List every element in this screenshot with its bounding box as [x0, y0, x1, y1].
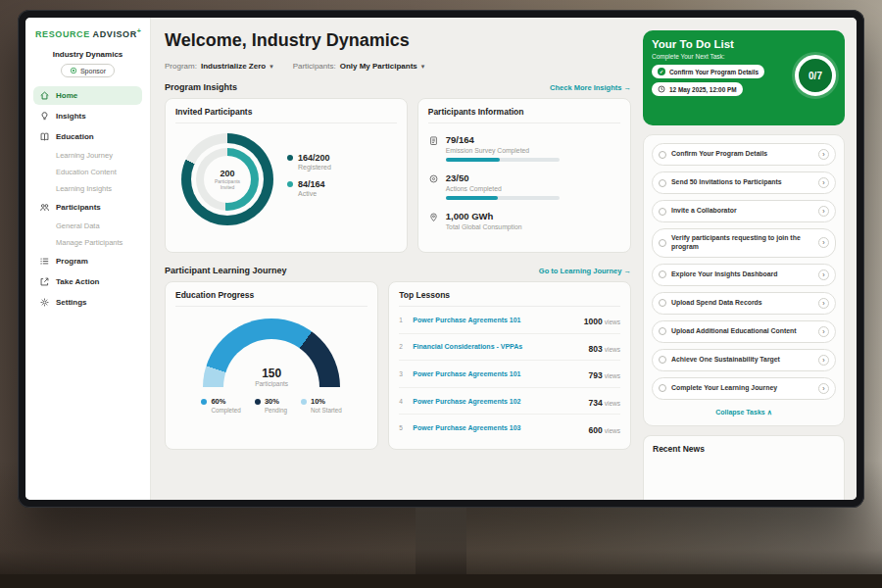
task-checkbox[interactable]: [659, 327, 666, 335]
lesson-views: 734views: [589, 392, 620, 410]
go-to-learning-journey-link[interactable]: Go to Learning Journey →: [539, 267, 631, 275]
chevron-right-icon[interactable]: ›: [818, 270, 829, 280]
stat-emission-survey: 79/164 Emission Survey Completed: [428, 134, 620, 162]
task-label: Invite a Collaborator: [671, 207, 813, 216]
sidebar-item-settings[interactable]: Settings: [33, 293, 142, 312]
lesson-row: 3 Power Purchase Agreements 101 793views: [399, 361, 620, 388]
sidebar-item-manage-participants[interactable]: Manage Participants: [33, 235, 142, 250]
sidebar-item-program[interactable]: Program: [33, 252, 142, 270]
task-row[interactable]: Send 50 Invitations to Participants ›: [652, 172, 836, 194]
legend-value: 164/200: [298, 153, 331, 163]
task-row[interactable]: Complete Your Learning Journey ›: [652, 377, 836, 400]
logo-primary: RESOURCE: [35, 29, 90, 39]
legend-dot: [287, 155, 293, 161]
chevron-right-icon[interactable]: ›: [818, 177, 829, 188]
task-label: Verify participants requesting to join t…: [671, 234, 813, 252]
scene: RESOURCE ADVISOR+ Industry Dynamics Spon…: [0, 0, 882, 588]
task-row[interactable]: Upload Additional Educational Content ›: [652, 320, 836, 343]
chevron-right-icon[interactable]: ›: [818, 298, 829, 309]
check-more-insights-link[interactable]: Check More Insights →: [550, 83, 631, 92]
sidebar-item-learning-insights[interactable]: Learning Insights: [33, 181, 142, 196]
next-task-pill[interactable]: ✓ Confirm Your Program Details: [652, 65, 764, 78]
next-task-label: Confirm Your Program Details: [669, 69, 759, 75]
lesson-rank: 2: [399, 343, 406, 350]
views-count: 803: [589, 344, 603, 354]
sidebar-item-general-data[interactable]: General Data: [33, 219, 142, 233]
chevron-right-icon[interactable]: ›: [818, 355, 829, 366]
legend-item-active: 84/164 Active: [287, 179, 331, 197]
views-word: views: [605, 318, 620, 325]
donut-center-label: Participants Invited: [209, 178, 246, 190]
program-filter-dropdown[interactable]: Program: Industrialize Zero ▾: [165, 62, 273, 71]
task-checkbox[interactable]: [659, 239, 666, 247]
chevron-down-icon: ▾: [421, 63, 425, 71]
task-row[interactable]: Invite a Collaborator ›: [652, 200, 836, 222]
sidebar-item-home[interactable]: Home: [33, 86, 142, 105]
task-checkbox[interactable]: [659, 299, 666, 307]
lesson-views: 600views: [589, 419, 620, 437]
task-label: Complete Your Learning Journey: [671, 384, 813, 393]
legend-dot: [287, 181, 293, 187]
check-icon: ✓: [658, 68, 665, 75]
sidebar-item-label: Home: [56, 91, 77, 100]
legend-item-pending: 30% Pending: [255, 397, 287, 414]
task-label: Upload Spend Data Records: [671, 299, 813, 308]
sidebar-item-label: Settings: [56, 298, 87, 307]
sidebar-nav: Home Insights Education Learning Journey…: [33, 86, 142, 312]
stat-label: Total Global Consumption: [446, 223, 522, 230]
clipboard-icon: [428, 135, 439, 146]
task-row[interactable]: Achieve One Sustainability Target ›: [652, 349, 836, 371]
sidebar-item-education[interactable]: Education: [33, 127, 142, 146]
task-row[interactable]: Confirm Your Program Details ›: [652, 143, 836, 166]
due-date-label: 12 May 2025, 12:00 PM: [669, 86, 737, 93]
task-checkbox[interactable]: [659, 208, 666, 216]
legend-item-registered: 164/200 Registered: [287, 153, 331, 171]
sidebar-item-label: Program: [56, 257, 88, 266]
task-checkbox[interactable]: [659, 179, 666, 187]
section-title: Program Insights: [165, 82, 237, 92]
stat-global-consumption: 1,000 GWh Total Global Consumption: [428, 211, 620, 234]
task-label: Confirm Your Program Details: [671, 150, 813, 159]
gauge-label: Participants: [203, 380, 340, 387]
task-label: Send 50 Invitations to Participants: [671, 178, 813, 187]
sidebar-item-insights[interactable]: Insights: [33, 107, 142, 125]
card-title: Top Lessons: [399, 290, 620, 307]
sidebar-item-take-action[interactable]: Take Action: [33, 272, 142, 291]
task-row[interactable]: Verify participants requesting to join t…: [652, 228, 836, 258]
progress-bar-fill: [446, 196, 498, 200]
sidebar-item-learning-journey[interactable]: Learning Journey: [33, 148, 142, 163]
views-word: views: [605, 372, 620, 379]
lesson-link[interactable]: Power Purchase Agreements 103: [413, 424, 581, 431]
chevron-right-icon[interactable]: ›: [818, 206, 829, 217]
stat-actions-completed: 23/50 Actions Completed: [428, 172, 620, 200]
lesson-link[interactable]: Power Purchase Agreements 101: [413, 370, 581, 377]
program-filter-value: Industrialize Zero: [201, 62, 266, 71]
lesson-link[interactable]: Power Purchase Agreements 101: [413, 317, 577, 323]
task-checkbox[interactable]: [659, 270, 666, 278]
task-checkbox[interactable]: [659, 151, 666, 159]
chevron-right-icon[interactable]: ›: [818, 237, 829, 248]
participants-filter-dropdown[interactable]: Participants: Only My Participants ▾: [293, 62, 425, 71]
stat-value: 79/164: [446, 134, 560, 145]
chevron-down-icon: ▾: [270, 63, 273, 71]
chevron-right-icon[interactable]: ›: [818, 383, 829, 394]
sidebar-item-education-content[interactable]: Education Content: [33, 165, 142, 179]
lesson-link[interactable]: Power Purchase Agreements 102: [413, 398, 581, 405]
task-row[interactable]: Upload Spend Data Records ›: [652, 292, 836, 315]
collapse-tasks-link[interactable]: Collapse Tasks ∧: [652, 406, 836, 417]
views-word: views: [605, 400, 620, 407]
task-row[interactable]: Explore Your Insights Dashboard ›: [652, 264, 836, 286]
participants-filter-value: Only My Participants: [340, 62, 417, 71]
sidebar-item-participants[interactable]: Participants: [33, 198, 142, 217]
lesson-row: 2 Financial Considerations - VPPAs 803vi…: [399, 334, 620, 362]
screen: RESOURCE ADVISOR+ Industry Dynamics Spon…: [25, 18, 857, 500]
task-checkbox[interactable]: [659, 384, 666, 392]
task-checkbox[interactable]: [659, 356, 666, 364]
sidebar-item-label: Insights: [56, 112, 86, 121]
chevron-right-icon[interactable]: ›: [818, 326, 829, 337]
progress-bar: [446, 158, 560, 162]
gauge-legend: 60% Completed 30% Pending: [175, 397, 368, 414]
section-title: Participant Learning Journey: [165, 266, 287, 275]
lesson-link[interactable]: Financial Considerations - VPPAs: [413, 343, 581, 350]
chevron-right-icon[interactable]: ›: [818, 149, 829, 160]
